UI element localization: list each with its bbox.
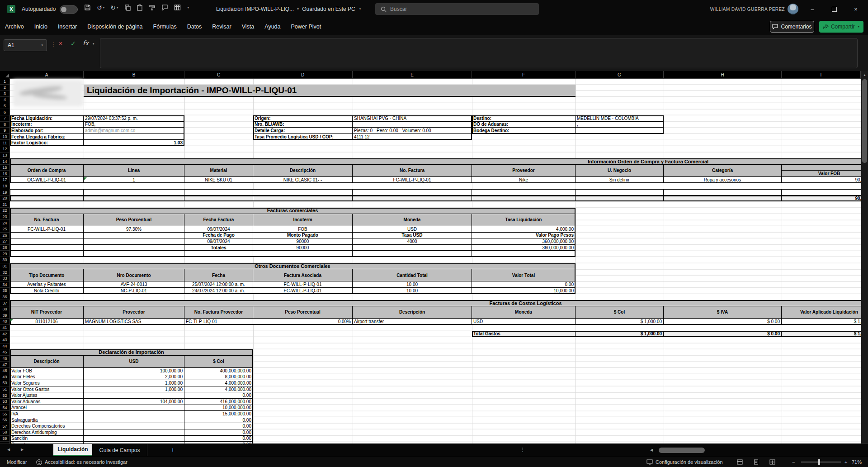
di-cell[interactable]: Rescate — [10, 442, 84, 443]
di-cell[interactable]: 4,000,000.00 — [184, 380, 253, 386]
scroll-up-icon[interactable]: ▲ — [861, 72, 868, 77]
fc-empty[interactable] — [253, 251, 353, 257]
di-cell[interactable] — [84, 392, 184, 399]
column-header-C[interactable]: C — [184, 71, 253, 78]
info-label[interactable]: DO de Aduanas: — [472, 122, 576, 128]
info-label[interactable]: Bodega Destino: — [472, 128, 576, 134]
row-header-58[interactable]: 58 — [0, 429, 10, 436]
redo-icon[interactable]: ↻▾ — [110, 5, 118, 11]
info-value[interactable]: Piezas: 0 - Peso: 0.00 - Volumen: 0.00 — [353, 128, 472, 134]
menu-item-power-pivot[interactable]: Power Pivot — [291, 24, 321, 30]
di-cell[interactable]: 100,000.00 — [84, 368, 184, 374]
zoom-slider-thumb[interactable] — [818, 459, 820, 465]
oc-total-cell[interactable] — [472, 195, 576, 202]
row-header-6[interactable]: 6 — [0, 109, 10, 115]
od-cell[interactable]: 10,000.00 — [472, 288, 576, 294]
od-header[interactable]: Cantidad Total — [353, 269, 472, 281]
row-header-13[interactable]: 13 — [0, 152, 10, 159]
cl-header[interactable]: Moneda — [472, 306, 576, 319]
oc-header[interactable]: No. Factura — [353, 165, 472, 177]
row-header-47[interactable]: 47 — [0, 362, 10, 368]
namebox-resize-handle[interactable]: ⋮ — [51, 41, 56, 48]
od-header[interactable]: Nro Documento — [84, 269, 184, 281]
cl-header[interactable]: Valor Aplicado Liquidación — [782, 306, 861, 319]
menu-item-archivo[interactable]: Archivo — [5, 24, 24, 30]
column-header-I[interactable]: I — [782, 71, 861, 78]
cl-header[interactable]: Descripción — [353, 306, 472, 319]
oc-header[interactable]: Categoría — [664, 165, 782, 177]
oc-cell[interactable]: NIKE SKU 01 — [184, 177, 253, 183]
fc-pay-cell[interactable]: 360,000,000.00 — [472, 238, 576, 245]
oc-empty-cell[interactable] — [576, 189, 664, 195]
info-value[interactable] — [576, 128, 664, 134]
view-page-layout-icon[interactable] — [753, 457, 759, 467]
od-cell[interactable]: FC-WILL-P-LIQ-01 — [253, 281, 353, 288]
info-label[interactable]: Fecha Llegada a Fábrica: — [10, 134, 84, 140]
oc-header[interactable]: Orden de Compra — [10, 165, 84, 177]
di-cell[interactable]: 8,000,000.00 — [184, 374, 253, 381]
menu-item-disposici-n-de-p-gina[interactable]: Disposición de página — [87, 24, 142, 30]
oc-empty-cell[interactable] — [664, 189, 782, 195]
di-cell[interactable] — [84, 405, 184, 411]
name-box[interactable]: A1 ▾ — [4, 39, 47, 51]
oc-header[interactable]: Línea — [84, 165, 184, 177]
row-header-57[interactable]: 57 — [0, 423, 10, 429]
row-header-11[interactable]: 11 — [0, 140, 10, 146]
oc-cell[interactable]: OC-WILL-P-LIQ-01 — [10, 177, 84, 183]
row-header-9[interactable]: 9 — [0, 128, 10, 134]
paste-icon[interactable] — [137, 4, 143, 11]
fc-cell[interactable]: 97.30% — [84, 226, 184, 233]
oc-total-cell[interactable] — [84, 195, 184, 202]
sheet-tab-guia-de-campos[interactable]: Guia de Campos — [92, 444, 147, 456]
info-value[interactable]: 1.03 — [84, 140, 184, 146]
row-header-8[interactable]: 8 — [0, 122, 10, 128]
tab-options-kebab-icon[interactable]: ⋮ — [520, 447, 525, 453]
od-cell[interactable]: Averías y Faltantes — [10, 281, 84, 288]
row-header-18[interactable]: 18 — [0, 183, 10, 190]
cl-cell[interactable]: $ 0.00 — [664, 319, 782, 325]
menu-item-vista[interactable]: Vista — [242, 24, 255, 30]
di-section-title[interactable]: Declaración de Importación — [10, 349, 253, 356]
table-icon[interactable] — [174, 4, 181, 11]
oc-total-fob[interactable]: 90,000.00 — [782, 195, 861, 202]
di-cell[interactable]: 104,000.00 — [84, 399, 184, 405]
oc-cell[interactable]: NIKE CLASIC 01- - — [253, 177, 353, 183]
fc-empty[interactable] — [353, 251, 472, 257]
cl-cell[interactable]: $ 1,000.00 — [782, 319, 861, 325]
row-header-44[interactable]: 44 — [0, 343, 10, 350]
cl-cell[interactable]: 0.00% — [253, 319, 353, 325]
di-cell[interactable]: Valor Seguros — [10, 380, 84, 386]
cl-header[interactable]: Peso Porcentual — [253, 306, 353, 319]
row-header-24[interactable]: 24 — [0, 220, 10, 226]
row-header-26[interactable]: 26 — [0, 233, 10, 239]
cl-total-cell[interactable]: $ 1,000.00 — [576, 331, 664, 337]
fc-empty[interactable] — [84, 251, 184, 257]
row-header-29[interactable]: 29 — [0, 251, 10, 257]
row-header-35[interactable]: 35 — [0, 288, 10, 294]
fc-empty[interactable] — [10, 238, 84, 245]
vertical-scrollbar[interactable]: ▲ — [861, 71, 868, 443]
fc-cell[interactable]: FC-WILL-P-LIQ-01 — [10, 226, 84, 233]
close-button[interactable]: × — [846, 0, 865, 18]
oc-cell[interactable]: Nike — [472, 177, 576, 183]
fc-header[interactable]: Fecha Factura — [184, 214, 253, 226]
zoom-slider[interactable] — [801, 457, 841, 467]
oc-total-cell[interactable] — [253, 195, 353, 202]
info-value[interactable] — [353, 122, 472, 128]
tab-nav-right-icon[interactable]: ▶ — [21, 448, 24, 452]
fc-pay-header[interactable]: Fecha de Pago — [184, 233, 253, 239]
add-sheet-button[interactable]: + — [171, 446, 175, 453]
avatar[interactable] — [788, 4, 798, 14]
od-cell[interactable]: 10.00 — [353, 288, 472, 294]
fc-empty[interactable] — [10, 233, 84, 239]
row-header-14[interactable]: 14 — [0, 158, 10, 165]
menu-item-f-rmulas[interactable]: Fórmulas — [153, 24, 177, 30]
di-cell[interactable]: 0.00 — [184, 417, 253, 424]
oc-empty-cell[interactable] — [472, 189, 576, 195]
fc-cell[interactable]: 4,000.00 — [472, 226, 576, 233]
oc-total-cell[interactable] — [664, 195, 782, 202]
cl-cell[interactable]: FC-TI-P-LIQ-01 — [184, 319, 253, 325]
comment-check-icon[interactable] — [161, 4, 168, 11]
menu-item-ayuda[interactable]: Ayuda — [264, 24, 280, 30]
fc-cell[interactable]: USD — [353, 226, 472, 233]
